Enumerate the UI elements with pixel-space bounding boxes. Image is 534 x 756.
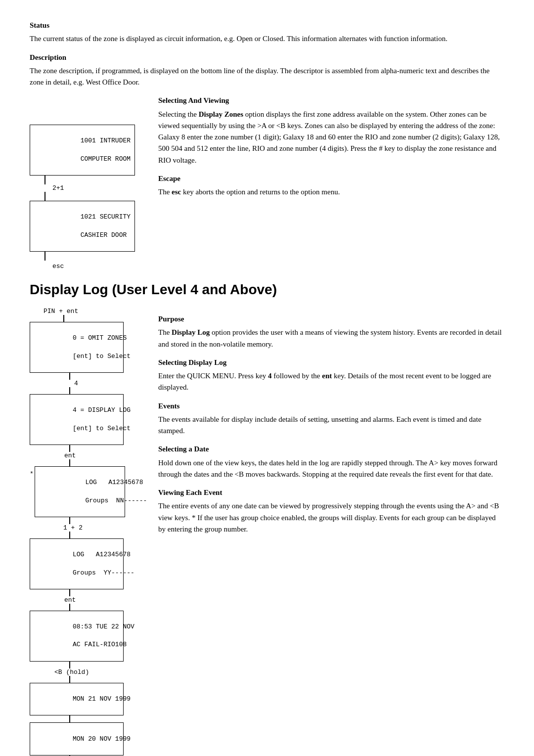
vline-b5 xyxy=(69,662,70,668)
vline-b2b xyxy=(69,459,70,466)
pin-label: PIN + ent xyxy=(44,308,78,315)
description-section: Description The zone description, if pro… xyxy=(30,52,504,89)
events-heading: Events xyxy=(158,400,504,412)
star-label: * xyxy=(30,470,34,478)
b-hold-label: <B (hold) xyxy=(54,668,89,676)
purpose-body: The Display Log option provides the user… xyxy=(158,327,504,350)
b2-l2: [ent] to Select xyxy=(73,425,131,432)
vline-b1 xyxy=(69,373,70,380)
bottom-box-4: LOG A12345678 Groups YY------ xyxy=(30,538,124,589)
selecting-display-log-body: Enter the QUICK MENU. Press key 4 follow… xyxy=(158,370,504,394)
b3-l1: LOG A12345678 xyxy=(85,479,143,486)
esc-label: esc xyxy=(52,263,64,270)
box2-line2: CASHIER DOOR xyxy=(81,231,127,239)
b5-l2: AC FAIL-RIO108 xyxy=(73,641,127,648)
box1-line1: 1001 INTRUDER xyxy=(81,137,131,144)
lcd-box-2: 1021 SECURITY CASHIER DOOR xyxy=(30,201,135,252)
bottom-layout: PIN + ent 0 = OMIT ZONES [ent] to Select… xyxy=(30,307,504,756)
vline-b1b xyxy=(69,387,70,394)
mid-num: 4 xyxy=(74,380,78,387)
viewing-each-event-body: The entire events of any one date can be… xyxy=(158,500,504,535)
vline-b6 xyxy=(69,715,70,722)
top-flow: 1001 INTRUDER COMPUTER ROOM 2+1 1021 SEC… xyxy=(30,125,143,270)
escape-heading: Escape xyxy=(158,173,504,184)
bottom-box-5: 08:53 TUE 22 NOV AC FAIL-RIO108 xyxy=(30,611,124,662)
status-heading: Status xyxy=(30,20,504,31)
vline-b3b xyxy=(69,532,70,538)
bottom-box-1: 0 = OMIT ZONES [ent] to Select xyxy=(30,322,124,373)
bottom-box-7: MON 20 NOV 1999 xyxy=(30,722,124,756)
b1-l2: [ent] to Select xyxy=(73,353,131,360)
selecting-display-log-heading: Selecting Display Log xyxy=(158,357,504,368)
lcd-box-1: 1001 INTRUDER COMPUTER ROOM xyxy=(30,125,135,176)
bottom-box-3: LOG A12345678 Groups NN------ xyxy=(35,466,125,517)
vline-b2 xyxy=(69,445,70,452)
top-diagram-col: 1001 INTRUDER COMPUTER ROOM 2+1 1021 SEC… xyxy=(30,95,143,270)
display-log-bold: Display Log xyxy=(172,328,210,336)
ent-label-1: ent xyxy=(64,452,76,459)
description-body: The zone description, if programmed, is … xyxy=(30,65,504,89)
main-heading: Display Log (User Level 4 and Above) xyxy=(30,282,504,298)
star-row: * LOG A12345678 Groups NN------ xyxy=(30,466,125,517)
vline-b3 xyxy=(69,517,70,524)
escape-body: The esc key aborts the option and return… xyxy=(158,186,504,198)
events-body: The events available for display include… xyxy=(158,414,504,437)
vline-3 xyxy=(44,252,45,261)
vline-b4 xyxy=(69,589,70,596)
selecting-date-heading: Selecting a Date xyxy=(158,444,504,455)
mid-label-1: 2+1 xyxy=(52,184,64,192)
b1-l1: 0 = OMIT ZONES xyxy=(73,334,127,342)
display-zones-bold: Display Zones xyxy=(199,110,243,118)
two-col-upper: 1001 INTRUDER COMPUTER ROOM 2+1 1021 SEC… xyxy=(30,95,504,270)
description-heading: Description xyxy=(30,52,504,63)
box2-line1: 1021 SECURITY xyxy=(81,213,131,221)
b4-l2: Groups YY------ xyxy=(73,569,134,577)
b2-l1: 4 = DISPLAY LOG xyxy=(73,406,131,414)
vline-pin xyxy=(63,315,64,322)
page-content: Status The current status of the zone is… xyxy=(30,20,504,756)
selecting-date-body: Hold down one of the view keys, the date… xyxy=(158,457,504,481)
bottom-box-6: MON 21 NOV 1999 xyxy=(30,683,124,716)
box1-line2: COMPUTER ROOM xyxy=(81,155,131,163)
bottom-left-col: PIN + ent 0 = OMIT ZONES [ent] to Select… xyxy=(30,307,143,756)
bottom-right-col: Purpose The Display Log option provides … xyxy=(158,307,504,756)
b6-l1: MON 21 NOV 1999 xyxy=(73,695,131,703)
b4-l1: LOG A12345678 xyxy=(73,551,131,558)
right-col-upper: Selecting And Viewing Selecting the Disp… xyxy=(158,95,504,270)
flow-chart: PIN + ent 0 = OMIT ZONES [ent] to Select… xyxy=(30,307,143,756)
bottom-box-2: 4 = DISPLAY LOG [ent] to Select xyxy=(30,394,124,445)
status-section: Status The current status of the zone is… xyxy=(30,20,504,45)
box1-wrap: 1001 INTRUDER COMPUTER ROOM 2+1 1021 SEC… xyxy=(30,125,135,270)
b5-l1: 08:53 TUE 22 NOV xyxy=(73,623,134,630)
status-body: The current status of the zone is displa… xyxy=(30,33,504,44)
vline-1 xyxy=(44,176,45,184)
selecting-heading: Selecting And Viewing xyxy=(158,95,504,106)
purpose-heading: Purpose xyxy=(158,313,504,325)
vline-b4b xyxy=(69,604,70,611)
selecting-body: Selecting the Display Zones option displ… xyxy=(158,109,504,166)
viewing-each-event-heading: Viewing Each Event xyxy=(158,487,504,498)
esc-bold: esc xyxy=(172,188,181,196)
mid-label-2: 1 + 2 xyxy=(63,524,83,532)
vline-b5b xyxy=(69,676,70,683)
ent-label-2: ent xyxy=(64,596,76,604)
vline-2 xyxy=(44,192,45,201)
b3-l2: Groups NN------ xyxy=(85,497,147,504)
b7-l1: MON 20 NOV 1999 xyxy=(73,735,131,743)
